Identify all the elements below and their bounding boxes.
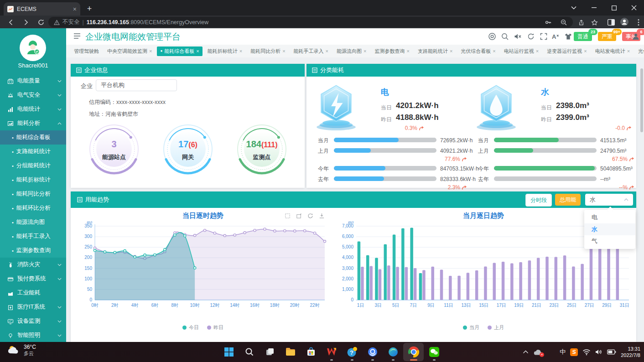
tab-close-icon[interactable]: × <box>627 48 630 54</box>
alarm-badge-normal[interactable]: 普通23 <box>574 32 592 41</box>
wechat-icon[interactable] <box>424 343 444 361</box>
file-explorer-icon[interactable] <box>280 343 301 361</box>
password-key-icon[interactable] <box>545 19 552 26</box>
alarm-badge-severe[interactable]: 严重99+ <box>598 32 616 41</box>
close-window-button[interactable] <box>624 0 644 16</box>
sidebar-item-能耗分析[interactable]: 能耗分析 <box>0 116 66 130</box>
browser-profile-avatar[interactable] <box>619 16 630 27</box>
font-size-icon[interactable]: A <box>551 32 560 41</box>
company-input[interactable] <box>96 79 177 91</box>
user-icon[interactable] <box>632 32 640 41</box>
workspace-tab[interactable]: ●能耗综合看板× <box>157 47 202 56</box>
zoom-out-icon[interactable] <box>560 19 567 26</box>
workspace-tab[interactable]: 中央空调能效监测× <box>104 47 155 56</box>
workspace-tab[interactable]: 逆变器运行监视× <box>544 47 590 56</box>
legend-item-今日[interactable]: 今日 <box>182 324 199 331</box>
workspace-tab[interactable]: 能耗同比分析× <box>247 47 288 56</box>
side-panel-icon[interactable] <box>606 17 617 28</box>
sidebar-subitem-能耗综合看板[interactable]: •能耗综合看板 <box>0 130 66 145</box>
sidebar-subitem-能耗环比分析[interactable]: •能耗环比分析 <box>0 201 66 215</box>
tab-close-icon[interactable]: × <box>493 48 495 54</box>
sidebar-item-医疗IT系统[interactable]: 医疗IT系统 <box>0 300 66 314</box>
workspace-tab[interactable]: 支路能耗统计× <box>415 47 456 56</box>
mute-icon[interactable] <box>514 32 522 41</box>
tab-close-icon[interactable]: × <box>326 48 328 54</box>
workspace-tab[interactable]: 能耗折标统计× <box>204 47 245 56</box>
workspace-tab[interactable]: 光伏综合看板× <box>457 47 499 56</box>
zoom-select-icon[interactable] <box>284 212 291 219</box>
sidebar-subitem-能耗手工录入[interactable]: •能耗手工录入 <box>0 229 66 243</box>
sidebar-item-设备监测[interactable]: 设备监测 <box>0 314 66 328</box>
sidebar-item-消防火灾[interactable]: 消防火灾 <box>0 258 66 272</box>
workspace-tab[interactable]: 管理驾驶舱 <box>71 47 102 56</box>
menu-toggle-icon[interactable] <box>73 33 81 39</box>
battery-icon[interactable] <box>607 349 616 355</box>
tab-close-icon[interactable]: × <box>239 48 242 54</box>
workspace-tab[interactable]: 能耗手工录入× <box>291 47 332 56</box>
help-app-icon[interactable]: ? <box>342 343 362 361</box>
cloud-sync-icon[interactable]: × <box>533 349 542 356</box>
browser-tab[interactable]: ECEMS × <box>4 2 80 16</box>
share-icon[interactable] <box>576 17 587 28</box>
sogou-icon[interactable] <box>570 348 578 356</box>
tab-close-icon[interactable]: × <box>364 48 366 54</box>
target-icon[interactable] <box>488 32 496 41</box>
tab-close-icon[interactable]: × <box>450 48 452 54</box>
page-scrollbar[interactable] <box>640 68 643 132</box>
start-button[interactable] <box>218 343 239 361</box>
sidebar-subitem-能耗同比分析[interactable]: •能耗同比分析 <box>0 187 66 201</box>
ime-indicator[interactable]: 中 <box>560 348 566 356</box>
wps-icon[interactable] <box>321 343 342 361</box>
volume-icon[interactable] <box>595 349 602 355</box>
tab-close-icon[interactable]: × <box>282 48 285 54</box>
workspace-tab[interactable]: 监测参数查询× <box>371 47 412 56</box>
dropdown-option-气[interactable]: 气 <box>584 235 635 247</box>
refresh-icon[interactable] <box>527 32 535 41</box>
chart-download-icon[interactable] <box>318 212 325 219</box>
edge-icon[interactable] <box>383 343 403 361</box>
sidebar-subitem-支路能耗统计[interactable]: •支路能耗统计 <box>0 145 66 159</box>
legend-item-上月[interactable]: 上月 <box>488 324 504 331</box>
theme-shirt-icon[interactable] <box>564 32 572 41</box>
workspace-tab[interactable]: 电站运行监视× <box>501 47 542 56</box>
dropdown-option-水[interactable]: 水 <box>584 223 635 235</box>
fullscreen-icon[interactable] <box>540 32 548 41</box>
chart-refresh-icon[interactable] <box>307 212 314 219</box>
tab-close-icon[interactable]: × <box>406 48 409 54</box>
tab-close-icon[interactable]: × <box>536 48 539 54</box>
quark-browser-icon[interactable] <box>362 343 383 361</box>
back-button[interactable] <box>5 17 16 28</box>
browser-menu-icon[interactable] <box>633 17 644 28</box>
total-energy-button[interactable]: 总用能 <box>555 194 581 206</box>
zoom-reset-icon[interactable] <box>296 212 302 219</box>
tab-close-icon[interactable]: × <box>196 48 199 54</box>
tab-close-icon[interactable]: × <box>73 5 77 13</box>
energy-type-select[interactable]: 水 <box>585 194 633 206</box>
sidebar-subitem-监测参数查询[interactable]: •监测参数查询 <box>0 243 66 258</box>
ms-store-icon[interactable] <box>301 343 321 361</box>
new-tab-button[interactable]: + <box>84 4 95 15</box>
tab-close-icon[interactable]: × <box>584 48 587 54</box>
sidebar-item-电能统计[interactable]: 电能统计 <box>0 102 66 116</box>
sidebar-subitem-分组能耗统计[interactable]: •分组能耗统计 <box>0 159 66 173</box>
legend-item-当月[interactable]: 当月 <box>463 324 479 331</box>
chrome-icon[interactable] <box>403 343 424 361</box>
maximize-button[interactable] <box>604 0 624 16</box>
task-view-icon[interactable] <box>260 343 280 361</box>
taskbar-search-icon[interactable] <box>239 343 260 361</box>
tab-close-icon[interactable]: × <box>149 48 152 54</box>
user-avatar[interactable] <box>20 35 46 61</box>
weather-widget[interactable]: 36°C多云 <box>6 344 36 357</box>
tray-expand-icon[interactable] <box>523 350 529 354</box>
forward-button[interactable] <box>21 17 31 28</box>
time-segment-button[interactable]: 分时段 <box>525 194 552 207</box>
tab-search-icon[interactable] <box>564 0 584 16</box>
bookmark-star-icon[interactable] <box>589 17 600 28</box>
minimize-button[interactable] <box>584 0 604 16</box>
workspace-tab[interactable]: 光伏电站配电图× <box>635 47 644 56</box>
taskbar-clock[interactable]: 13:31 2022/7/8 <box>621 346 640 359</box>
wifi-icon[interactable] <box>582 349 591 355</box>
sidebar-item-工业能耗[interactable]: 工业能耗 <box>0 286 66 300</box>
workspace-tab[interactable]: 电站发电统计× <box>592 47 633 56</box>
dropdown-option-电[interactable]: 电 <box>584 212 635 223</box>
